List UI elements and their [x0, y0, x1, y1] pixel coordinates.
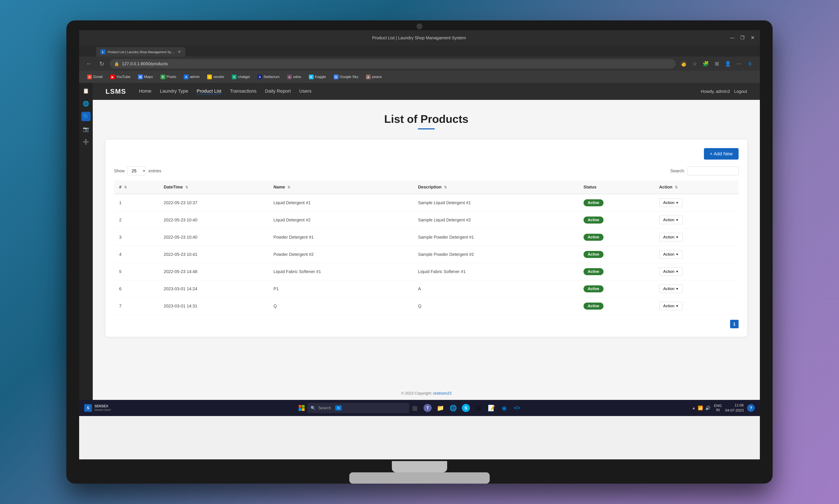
cell-status: Active [578, 298, 654, 315]
col-name[interactable]: Name ⇅ [268, 180, 413, 194]
cell-datetime: 2022-05-23 10:37 [159, 194, 269, 212]
taskbar-teams[interactable]: T [422, 402, 433, 413]
action-button[interactable]: Action ▼ [659, 285, 683, 293]
search-bar[interactable]: 🔍 Search b [307, 403, 409, 413]
tab-close[interactable]: ✕ [178, 50, 181, 54]
extension-icon[interactable]: 🧩 [701, 59, 710, 68]
bookmark-maps[interactable]: M Maps [135, 73, 156, 80]
bing-icon[interactable]: b [746, 59, 755, 68]
taskbar-edge[interactable]: 🌐 [448, 402, 459, 413]
page-number-1[interactable]: 1 [730, 320, 739, 328]
sidebar-icon-1[interactable]: 🌐 [81, 99, 91, 108]
browser-toolbar: ← ↻ 🔒 127.0.0.1:8000/products 🧑 ☆ 🧩 ⊞ 👤 … [79, 56, 760, 71]
nav-home[interactable]: Home [139, 88, 152, 94]
taskbar-notepad[interactable]: 📝 [486, 402, 497, 413]
bookmarks-bar: G Gmail ▶ YouTube M Maps P Pixels [79, 71, 760, 83]
more-icon[interactable]: ⋯ [734, 59, 744, 68]
clock-area[interactable]: 11:06 04-07-2023 [725, 403, 744, 413]
footer-link[interactable]: oretnom23 [433, 391, 451, 395]
taskbar-vscode[interactable]: </> [511, 402, 523, 413]
bookmark-chatgpt[interactable]: C chatgpt [229, 73, 253, 80]
nav-daily-report[interactable]: Daily Report [265, 88, 291, 94]
action-button[interactable]: Action ▼ [659, 198, 683, 207]
close-button[interactable]: ✕ [750, 35, 756, 41]
sidebar-icon-2[interactable]: 🔵 [81, 112, 91, 121]
cell-description: Q [413, 298, 578, 315]
svg-rect-1 [302, 405, 305, 408]
taskbar-widgets[interactable]: ▦ [409, 402, 421, 413]
search-input[interactable] [687, 166, 739, 175]
bookmark-peace[interactable]: p peace [363, 73, 384, 80]
cell-name: Powder Detergent #2 [268, 246, 413, 263]
tray-chevron[interactable]: ▲ [692, 406, 696, 410]
cell-status: Active [578, 263, 654, 280]
dropdown-icon: ▼ [675, 253, 679, 256]
sidebar-icon-3[interactable]: 📷 [81, 125, 91, 134]
address-bar[interactable]: 🔒 127.0.0.1:8000/products [110, 59, 675, 68]
cell-description: Sample Liquid Detergent #1 [413, 194, 578, 212]
screen-content: Product List | Laundry Shop Managament S… [79, 30, 760, 460]
cell-datetime: 2022-05-23 10:41 [159, 246, 269, 263]
bookmark-kaggle[interactable]: K Kaggle [306, 73, 329, 80]
bookmark-gmail[interactable]: G Gmail [84, 73, 105, 80]
col-description[interactable]: Description ⇅ [413, 180, 578, 194]
add-new-button[interactable]: + Add New [704, 148, 739, 160]
bookmark-pixels[interactable]: P Pixels [158, 73, 179, 80]
active-tab[interactable]: L Product List | Laundry Shop Managament… [96, 47, 185, 56]
cell-datetime: 2022-05-23 10:40 [159, 212, 269, 229]
star-icon[interactable]: ☆ [690, 59, 700, 68]
bookmark-googlesky-label: Google Sky [340, 75, 358, 79]
volume-icon[interactable]: 🔊 [705, 406, 710, 411]
sidebar-icon-4[interactable]: ➕ [81, 137, 91, 147]
bookmark-chatgpt-label: chatgpt [238, 75, 250, 79]
action-button[interactable]: Action ▼ [659, 267, 683, 276]
help-button[interactable]: ? [747, 404, 755, 412]
start-button[interactable] [296, 402, 307, 413]
sidebar-icon-0[interactable]: 📋 [81, 86, 91, 96]
account-icon[interactable]: 🧑 [679, 59, 688, 68]
action-button[interactable]: Action ▼ [659, 250, 683, 258]
bookmark-youtube[interactable]: ▶ YouTube [107, 73, 133, 80]
sort-icon-description: ⇅ [444, 185, 447, 189]
refresh-button[interactable]: ↻ [97, 59, 106, 68]
action-button[interactable]: Action ▼ [659, 302, 683, 310]
lang-text: ENG [714, 404, 722, 408]
sort-icon-name: ⇅ [287, 185, 290, 189]
cell-num: 6 [114, 280, 159, 298]
back-button[interactable]: ← [84, 59, 93, 68]
restore-button[interactable]: ❐ [739, 35, 746, 41]
status-badge: Active [583, 234, 603, 241]
nav-users[interactable]: Users [299, 88, 311, 94]
sort-icon-num: ⇅ [124, 185, 127, 189]
entries-select[interactable]: 25 50 100 [127, 166, 146, 175]
action-button[interactable]: Action ▼ [659, 216, 683, 224]
col-num: # ⇅ [114, 180, 159, 194]
dropdown-icon: ▼ [675, 304, 679, 308]
svg-rect-3 [302, 408, 305, 411]
bookmark-odoo[interactable]: o odoo [284, 73, 304, 80]
taskbar-edge2[interactable]: ◉ [499, 402, 510, 413]
status-badge: Active [583, 217, 603, 223]
bookmark-googlesky[interactable]: G Google Sky [331, 73, 361, 80]
logout-button[interactable]: Logout [734, 89, 747, 94]
profile-icon[interactable]: 👤 [723, 59, 733, 68]
cell-num: 3 [114, 229, 159, 246]
taskbar-skype[interactable]: S [460, 402, 472, 413]
col-action[interactable]: Action ⇅ [654, 180, 739, 194]
taskbar-clock-app[interactable]: ⊙ [473, 402, 484, 413]
minimize-button[interactable]: — [729, 35, 735, 41]
col-datetime[interactable]: DateTime ⇅ [159, 180, 269, 194]
bookmark-stellarium[interactable]: S Stellarium [254, 73, 282, 80]
nav-transactions[interactable]: Transactions [230, 88, 257, 94]
peace-icon: p [366, 75, 371, 79]
browser-tabs: L Product List | Laundry Shop Managament… [79, 46, 760, 56]
nav-product-list[interactable]: Product List [197, 88, 221, 94]
action-button[interactable]: Action ▼ [659, 233, 683, 241]
googlesky-icon: G [334, 75, 339, 79]
svg-rect-0 [299, 405, 302, 408]
bookmark-vendor[interactable]: V vendor [204, 73, 227, 80]
bookmark-admin[interactable]: A admin [181, 73, 203, 80]
nav-laundry-type[interactable]: Laundry Type [160, 88, 188, 94]
collections-icon[interactable]: ⊞ [712, 59, 722, 68]
taskbar-explorer[interactable]: 📁 [435, 402, 446, 413]
